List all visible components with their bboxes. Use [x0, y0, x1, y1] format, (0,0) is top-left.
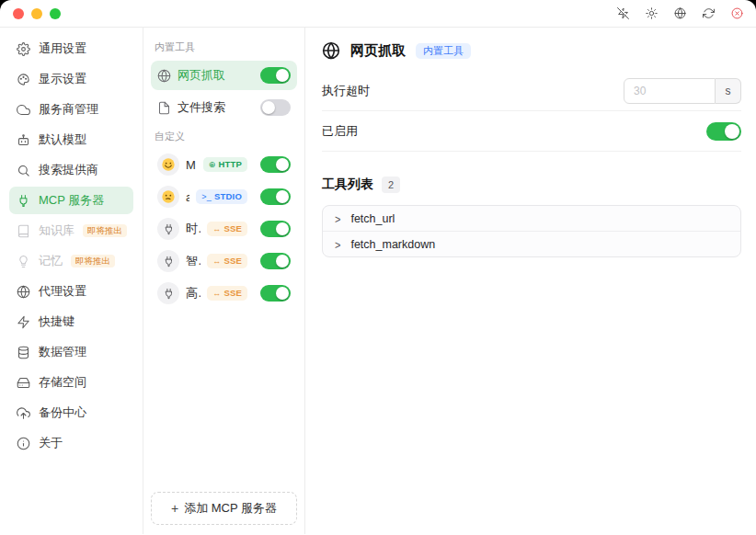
- server-enable-toggle[interactable]: [260, 67, 291, 84]
- mcp-server-list: 内置工具 网页抓取 文件搜索 自定义 MCP-Fetch ⊕HTTP: [143, 28, 305, 534]
- chevron-right-icon: >: [335, 212, 340, 225]
- zap-off-icon[interactable]: [617, 7, 629, 19]
- server-detail-pane: 网页抓取 内置工具 执行超时 s 已启用 工具列表 2 >: [305, 28, 756, 534]
- timeout-label: 执行超时: [322, 83, 370, 99]
- server-row-zhipu-search[interactable]: 智谱联网搜索 ↔SSE: [151, 246, 297, 276]
- search-icon: [17, 164, 30, 177]
- coming-soon-badge: 即将推出: [83, 224, 127, 237]
- plug-avatar: [157, 250, 179, 272]
- traffic-lights: [13, 8, 61, 19]
- minimize-window-button[interactable]: [31, 8, 42, 19]
- server-enable-toggle[interactable]: [260, 188, 291, 205]
- transport-badge-sse: ↔SSE: [207, 286, 247, 301]
- transport-badge-stdio: >_STDIO: [196, 189, 247, 204]
- refresh-icon[interactable]: [703, 7, 715, 19]
- builtin-type-badge: 内置工具: [416, 43, 471, 59]
- cloud-upload-icon: [17, 406, 30, 420]
- sidebar-item-memory[interactable]: 记忆 即将推出: [9, 247, 133, 275]
- sidebar-item-label: 搜索提供商: [39, 162, 98, 178]
- sidebar-item-label: 数据管理: [39, 344, 86, 360]
- tools-title: 工具列表: [322, 176, 373, 193]
- titlebar-actions: [617, 7, 743, 19]
- server-label: 文件搜索: [178, 99, 225, 116]
- sidebar-item-general[interactable]: 通用设置: [9, 35, 133, 63]
- sidebar-item-storage[interactable]: 存储空间: [9, 369, 133, 396]
- builtin-section-label: 内置工具: [155, 40, 293, 54]
- sidebar-item-label: 通用设置: [39, 40, 86, 57]
- transport-badge-sse: ↔SSE: [207, 222, 247, 236]
- titlebar: [0, 0, 756, 28]
- add-mcp-server-button[interactable]: + 添加 MCP 服务器: [151, 492, 297, 525]
- sidebar-item-mcp-servers[interactable]: MCP 服务器: [9, 187, 133, 214]
- server-row-web-scrape[interactable]: 网页抓取: [151, 61, 297, 90]
- sidebar-item-data-management[interactable]: 数据管理: [9, 338, 133, 366]
- sidebar-item-search-providers[interactable]: 搜索提供商: [9, 156, 133, 184]
- detail-header: 网页抓取 内置工具: [322, 41, 741, 60]
- emoji-avatar: [157, 186, 179, 208]
- info-icon: [17, 437, 30, 450]
- tool-row-fetch-url[interactable]: > fetch_url: [323, 206, 740, 231]
- server-label: 高德地图: [186, 285, 200, 302]
- server-row-antv[interactable]: antv >_STDIO: [151, 182, 297, 211]
- language-globe-icon[interactable]: [674, 7, 686, 19]
- sidebar-item-label: 默认模型: [39, 131, 86, 148]
- tools-count-badge: 2: [382, 176, 400, 193]
- cloud-icon: [17, 103, 30, 117]
- close-window-button[interactable]: [13, 8, 24, 19]
- tool-name: fetch_markdown: [350, 238, 435, 251]
- plug-icon: [163, 256, 175, 268]
- arrows-glyph-icon: ↔: [212, 290, 221, 298]
- tool-row-fetch-markdown[interactable]: > fetch_markdown: [323, 231, 740, 256]
- globe-glyph-icon: ⊕: [209, 161, 216, 169]
- timeout-input[interactable]: [624, 78, 716, 104]
- zap-icon: [17, 315, 30, 329]
- server-label: 时间服务: [186, 221, 200, 237]
- sidebar-item-label: 显示设置: [39, 71, 86, 87]
- server-enable-toggle[interactable]: [260, 156, 291, 173]
- app-window: 通用设置 显示设置 服务商管理 默认模型 搜索提供商 MCP 服务器: [0, 0, 756, 535]
- sidebar-item-shortcuts[interactable]: 快捷键: [9, 308, 133, 336]
- sidebar-item-label: 备份中心: [39, 404, 86, 421]
- server-row-amap[interactable]: 高德地图 ↔SSE: [151, 279, 297, 308]
- theme-sun-icon[interactable]: [646, 7, 658, 19]
- timeout-input-group: s: [624, 78, 741, 104]
- tool-name: fetch_url: [350, 212, 395, 225]
- server-enable-toggle[interactable]: [260, 99, 291, 116]
- server-label: antv: [186, 190, 189, 204]
- server-label: 网页抓取: [178, 67, 225, 84]
- server-title: 网页抓取: [350, 42, 406, 60]
- server-row-time-service[interactable]: 时间服务 ↔SSE: [151, 214, 297, 244]
- server-enable-toggle[interactable]: [260, 285, 291, 302]
- enabled-toggle[interactable]: [706, 122, 741, 141]
- arrows-glyph-icon: ↔: [212, 225, 221, 233]
- sidebar-item-label: MCP 服务器: [39, 192, 104, 209]
- zoom-window-button[interactable]: [50, 8, 61, 19]
- globe-icon: [17, 285, 30, 299]
- sidebar-item-proxy[interactable]: 代理设置: [9, 278, 133, 305]
- book-icon: [17, 224, 30, 238]
- server-enable-toggle[interactable]: [260, 221, 291, 237]
- plug-icon: [17, 194, 30, 208]
- sidebar-item-default-models[interactable]: 默认模型: [9, 126, 133, 154]
- sidebar-item-about[interactable]: 关于: [9, 429, 133, 457]
- sidebar-item-label: 存储空间: [39, 374, 86, 391]
- plug-avatar: [157, 218, 179, 240]
- server-row-mcp-fetch[interactable]: MCP-Fetch ⊕HTTP: [151, 150, 297, 179]
- sidebar-item-knowledge-base[interactable]: 知识库 即将推出: [9, 217, 133, 245]
- tools-header: 工具列表 2: [322, 176, 741, 193]
- file-icon: [157, 101, 171, 115]
- sidebar-item-display[interactable]: 显示设置: [9, 65, 133, 93]
- palette-icon: [17, 73, 30, 86]
- sidebar-item-providers[interactable]: 服务商管理: [9, 96, 133, 123]
- sidebar-item-label: 记忆: [39, 253, 63, 269]
- chevron-right-icon: >: [335, 238, 340, 251]
- settings-sidebar: 通用设置 显示设置 服务商管理 默认模型 搜索提供商 MCP 服务器: [0, 28, 143, 534]
- plug-avatar: [157, 282, 179, 304]
- sidebar-item-label: 服务商管理: [39, 101, 98, 118]
- server-row-file-search[interactable]: 文件搜索: [151, 93, 297, 122]
- server-enable-toggle[interactable]: [260, 253, 291, 269]
- sidebar-item-backup[interactable]: 备份中心: [9, 399, 133, 427]
- coming-soon-badge: 即将推出: [71, 255, 115, 268]
- devtools-record-icon[interactable]: [731, 7, 743, 19]
- main-layout: 通用设置 显示设置 服务商管理 默认模型 搜索提供商 MCP 服务器: [0, 28, 756, 534]
